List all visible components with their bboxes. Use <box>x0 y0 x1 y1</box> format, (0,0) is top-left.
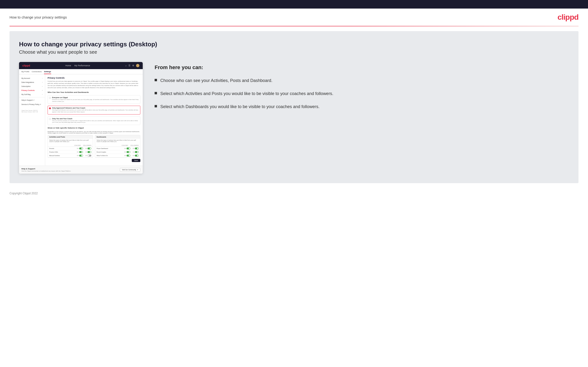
mockup-privacy-controls-desc: Control how you and your data appears to… <box>48 80 140 89</box>
mockup-search-icon[interactable]: ⌕ <box>125 64 127 67</box>
mockup-nav: clippd Home My Performance ⌕ ☰ ⚙ <box>19 62 143 69</box>
bullet-item-1: Choose who can see your Activities, Post… <box>155 78 569 83</box>
chevron-icon: › <box>42 77 43 79</box>
toggle-rounds-followers[interactable]: ON <box>85 148 92 150</box>
toggle-rounds-coaches[interactable]: ON <box>77 148 83 150</box>
mockup-toggle-grid: Activities and Posts Select the types of… <box>48 135 140 158</box>
bullet-square-3 <box>155 105 157 107</box>
bullet-text-1: Choose who can see your Activities, Post… <box>160 78 272 83</box>
chevron-icon: › <box>42 94 43 95</box>
bullet-text-3: Select which Dashboards you would like t… <box>160 104 320 110</box>
mockup-radio-coach-only[interactable]: Only You and Your Coach Only you and the… <box>48 117 140 125</box>
bullet-square-2 <box>155 92 157 94</box>
toggle-manual-coaches[interactable]: ON <box>77 155 83 157</box>
mockup-who-can-see-title: Who Can See Your Activities and Dashboar… <box>48 91 140 93</box>
mockup-sidebar-privacy-controls[interactable]: Privacy Controls › <box>19 88 45 92</box>
toggle-manual-followers[interactable]: ON <box>85 155 92 157</box>
mockup-tab-profile[interactable]: My Profile <box>21 71 29 74</box>
bullet-item-3: Select which Dashboards you would like t… <box>155 104 569 110</box>
mockup-radio-group: Everyone on Clippd Everyone on Clippd ca… <box>48 95 140 125</box>
bullet-item-2: Select which Activities and Posts you wo… <box>155 91 569 97</box>
mockup-sidebar-golf-bag[interactable]: My Golf Bag › <box>19 92 45 96</box>
sidebar-divider <box>19 97 45 97</box>
mockup-show-hide-desc: Regardless of the privacy controls that … <box>48 131 140 134</box>
mockup-nav-icons: ⌕ ☰ ⚙ <box>125 64 139 67</box>
mockup-sidebar-help[interactable]: Help & Support ↗ <box>19 98 45 102</box>
mockup-tabs: My Profile Connections Settings <box>19 69 143 74</box>
mockup-tabs-wrapper: My Profile Connections Settings <box>19 69 143 74</box>
toggle-player-followers[interactable]: ON <box>133 148 139 150</box>
mockup-toggle-what-to-work-on: What To Work On ON ON <box>95 154 140 158</box>
mockup-dashboards-subheader: COACHES FOLLOWERS <box>95 144 140 147</box>
mockup-save-button[interactable]: Save <box>132 159 140 162</box>
mockup-privacy-controls-title: Privacy Controls <box>48 77 140 79</box>
radio-dot-everyone <box>49 97 51 99</box>
mockup-toggle-rounds: Rounds ON ON <box>48 147 93 150</box>
mockup-show-hide-title: Show or hide specific features in Clippd <box>48 127 140 129</box>
footer: Copyright Clippd 2022 <box>0 188 588 199</box>
toggle-practice-coaches[interactable]: ON <box>77 151 83 153</box>
radio-dot-coach-only <box>49 118 51 120</box>
mockup-help-desc: Visit the Clippd community to troublesho… <box>21 170 71 172</box>
content-columns: clippd Home My Performance ⌕ ☰ ⚙ My Prof… <box>19 62 569 174</box>
mockup-grid-icon[interactable]: ☰ <box>129 64 130 67</box>
mockup-visit-community-button[interactable]: Visit Our Community ↗ <box>120 168 140 172</box>
mockup-sidebar-subscription[interactable]: Subscription › <box>19 84 45 88</box>
mockup-dashboards-header: Dashboards <box>95 135 140 139</box>
mockup-activities-subheader: COACHES FOLLOWERS <box>48 144 93 147</box>
mockup-toggle-player-dashboard: Player Dashboard ON ON <box>95 147 140 150</box>
logo: clippd <box>558 13 579 22</box>
header: How to change your privacy settings clip… <box>0 8 588 26</box>
mockup-sidebar-privacy-policy[interactable]: Service & Privacy Policy ↗ <box>19 102 45 107</box>
toggle-work-followers[interactable]: ON <box>133 155 139 157</box>
radio-dot-followers <box>49 107 51 109</box>
chevron-icon: › <box>42 85 43 87</box>
mockup-nav-links: Home My Performance <box>65 64 90 67</box>
mockup-sidebar-my-account[interactable]: My Account › <box>19 76 45 80</box>
right-panel: From here you can: Choose who can see yo… <box>155 62 569 110</box>
mockup-help-title: Help & Support <box>21 168 71 170</box>
mockup-nav-performance[interactable]: My Performance <box>74 64 90 67</box>
top-bar <box>0 0 588 8</box>
from-here-title: From here you can: <box>155 64 569 71</box>
copyright-text: Copyright Clippd 2022 <box>9 192 38 195</box>
chevron-icon: › <box>42 82 43 83</box>
mockup-tab-settings[interactable]: Settings <box>44 71 51 74</box>
header-divider <box>9 26 579 26</box>
mockup-radio-followers[interactable]: Only Approved Followers and Your Coach O… <box>48 106 140 114</box>
mockup-avatar[interactable] <box>136 64 139 67</box>
mockup-activities-col: Activities and Posts Select the types of… <box>48 135 93 158</box>
mockup-toggle-practice: Practice Drills ON ON <box>48 150 93 154</box>
bullet-square-1 <box>155 79 157 81</box>
mockup-body: My Account › Data Integrations › Subscri… <box>19 74 143 166</box>
chevron-icon: › <box>42 90 43 91</box>
mockup-help-section: Help & Support Visit the Clippd communit… <box>19 166 143 174</box>
mockup-content-area: Privacy Controls Control how you and you… <box>45 74 143 166</box>
mockup-sidebar-data-integrations[interactable]: Data Integrations › <box>19 80 45 84</box>
external-link-icon: ↗ <box>137 169 138 171</box>
mockup-toggle-round-insights: Round Insights ON ON <box>95 150 140 154</box>
mockup-radio-everyone[interactable]: Everyone on Clippd Everyone on Clippd ca… <box>48 95 140 104</box>
mockup-dashboards-col: Dashboards Select the types of activity … <box>95 135 140 158</box>
toggle-work-coaches[interactable]: ON <box>124 155 130 157</box>
bullet-list: Choose who can see your Activities, Post… <box>155 78 569 110</box>
mockup-tab-connections[interactable]: Connections <box>32 71 42 74</box>
mockup-version: Clippd Client Version: 2022.8.2SQL Serve… <box>19 108 45 114</box>
mockup-settings-icon[interactable]: ⚙ <box>132 64 134 67</box>
toggle-practice-followers[interactable]: ON <box>85 151 92 153</box>
toggle-player-coaches[interactable]: ON <box>124 148 130 150</box>
page-heading: How to change your privacy settings (Des… <box>19 41 569 48</box>
mockup-activities-header: Activities and Posts <box>48 135 93 139</box>
mockup-save-row: Save <box>48 158 140 163</box>
page-subheading: Choose what you want people to see <box>19 50 569 55</box>
mockup-sidebar: My Account › Data Integrations › Subscri… <box>19 74 45 166</box>
mockup-toggle-manual: Manual Activities ON ON <box>48 154 93 158</box>
mockup-nav-home[interactable]: Home <box>65 64 71 67</box>
screenshot-mockup: clippd Home My Performance ⌕ ☰ ⚙ My Prof… <box>19 62 143 174</box>
main-content: How to change your privacy settings (Des… <box>9 31 579 183</box>
toggle-insights-coaches[interactable]: ON <box>124 151 130 153</box>
toggle-insights-followers[interactable]: ON <box>133 151 139 153</box>
header-title: How to change your privacy settings <box>9 15 67 19</box>
mockup-nav-logo: clippd <box>22 64 30 67</box>
bullet-text-2: Select which Activities and Posts you wo… <box>160 91 333 97</box>
